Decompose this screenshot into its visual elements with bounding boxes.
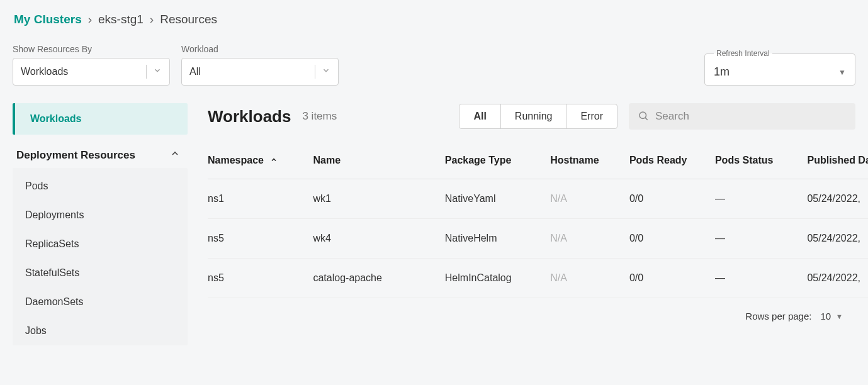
sidebar-item-daemonsets[interactable]: DaemonSets [13,287,188,316]
rows-per-page-value: 10 [820,311,831,321]
cell-hostname: N/A [550,259,629,298]
refresh-interval-select[interactable]: Refresh Interval 1m ▼ [704,49,855,86]
cell-hostname: N/A [550,179,629,219]
show-resources-by-value: Workloads [21,66,68,77]
sort-asc-icon [270,156,278,165]
cell-pods-status: — [715,179,808,219]
workload-select[interactable]: All [181,58,339,86]
search-box[interactable] [629,103,855,130]
cell-pods-status: — [715,259,808,298]
status-filter-tabs: All Running Error [459,104,617,129]
cell-name: catalog-apache [313,259,444,298]
cell-namespace: ns1 [208,179,313,219]
workload-value: All [189,66,201,77]
col-header-hostname[interactable]: Hostname [550,146,629,179]
sidebar-item-pods[interactable]: Pods [13,172,188,201]
cell-namespace: ns5 [208,259,313,298]
sidebar-section-title: Deployment Resources [16,149,135,162]
sidebar-section-deployment-resources[interactable]: Deployment Resources [13,135,188,168]
svg-line-1 [645,118,647,120]
cell-published-date: 05/24/2022, [807,179,868,219]
select-divider [146,65,147,79]
show-resources-by-label: Show Resources By [13,44,170,54]
select-divider [315,65,315,79]
workload-label: Workload [181,44,339,54]
cell-name: wk4 [313,219,444,259]
col-header-namespace[interactable]: Namespace [208,146,313,179]
breadcrumb-root[interactable]: My Clusters [14,13,82,26]
breadcrumb-current: Resources [160,13,217,26]
col-header-name[interactable]: Name [313,146,444,179]
sidebar-item-workloads[interactable]: Workloads [13,103,188,135]
cell-package-type: NativeHelm [445,219,550,259]
chevron-down-icon [153,66,162,77]
cell-pods-ready: 0/0 [629,179,715,219]
breadcrumb-separator: › [150,13,154,26]
sidebar-item-label: DaemonSets [25,296,84,307]
svg-point-0 [640,112,646,119]
sidebar-item-label: Workloads [30,113,82,124]
table-row[interactable]: ns1 wk1 NativeYaml N/A 0/0 — 05/24/2022, [208,179,868,219]
cell-pods-ready: 0/0 [629,259,715,298]
item-count: 3 items [302,110,337,123]
cell-namespace: ns5 [208,219,313,259]
cell-pods-status: — [715,219,808,259]
cell-package-type: HelmInCatalog [445,259,550,298]
rows-per-page-select[interactable]: 10 ▼ [820,311,843,321]
dropdown-icon: ▼ [836,313,843,320]
dropdown-icon: ▼ [838,68,846,77]
sidebar-item-label: Jobs [25,325,47,336]
tab-running[interactable]: Running [501,104,567,128]
rows-per-page-label: Rows per page: [745,311,811,321]
refresh-interval-value: 1m [714,65,730,79]
table-row[interactable]: ns5 catalog-apache HelmInCatalog N/A 0/0… [208,259,868,298]
search-input[interactable] [655,110,847,123]
tab-error[interactable]: Error [566,104,617,128]
cell-package-type: NativeYaml [445,179,550,219]
breadcrumb-cluster[interactable]: eks-stg1 [98,13,144,26]
col-header-pods-ready[interactable]: Pods Ready [629,146,715,179]
sidebar: Workloads Deployment Resources Pods Depl… [13,103,188,345]
sidebar-item-jobs[interactable]: Jobs [13,316,188,345]
col-header-pods-status[interactable]: Pods Status [715,146,808,179]
cell-hostname: N/A [550,219,629,259]
search-icon [638,110,649,123]
sidebar-item-label: Deployments [25,209,84,220]
cell-published-date: 05/24/2022, [807,219,868,259]
sidebar-item-label: StatefulSets [25,267,79,278]
sidebar-item-label: Pods [25,181,48,191]
tab-all[interactable]: All [459,104,500,128]
chevron-up-icon [170,148,180,162]
sidebar-item-deployments[interactable]: Deployments [13,201,188,230]
breadcrumb-separator: › [88,13,92,26]
sidebar-item-statefulsets[interactable]: StatefulSets [13,259,188,287]
cell-published-date: 05/24/2022, [807,259,868,298]
sidebar-item-replicasets[interactable]: ReplicaSets [13,230,188,259]
breadcrumb: My Clusters › eks-stg1 › Resources [13,13,868,26]
show-resources-by-select[interactable]: Workloads [13,58,170,86]
workloads-table: Namespace Name Package Type Hostname Pod… [208,146,868,298]
cell-name: wk1 [313,179,444,219]
col-header-published-date[interactable]: Published Date [807,146,868,179]
table-row[interactable]: ns5 wk4 NativeHelm N/A 0/0 — 05/24/2022, [208,219,868,259]
page-title: Workloads [208,107,291,126]
cell-pods-ready: 0/0 [629,219,715,259]
sidebar-item-label: ReplicaSets [25,238,79,249]
col-header-package-type[interactable]: Package Type [445,146,550,179]
col-header-label: Namespace [208,155,264,165]
refresh-interval-label: Refresh Interval [714,49,772,58]
chevron-down-icon [322,66,330,77]
table-scroll[interactable]: Namespace Name Package Type Hostname Pod… [208,146,868,328]
